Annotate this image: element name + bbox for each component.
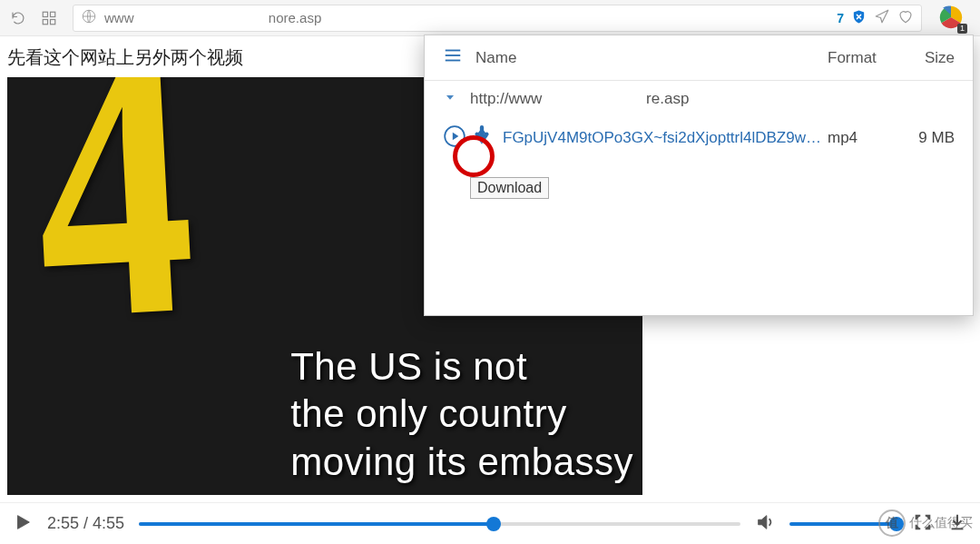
item-format: mp4: [828, 129, 900, 147]
volume-icon[interactable]: [755, 512, 775, 536]
item-filename: FGpUjV4M9tOPo3GX~fsi2dXjopttrl4lDBZ9w_16…: [503, 129, 828, 147]
page-content: 先看这个网站上另外两个视频 4 The US is not the only c…: [0, 36, 980, 502]
time-display: 2:55 / 4:55: [47, 514, 124, 533]
group-row[interactable]: http://www re.asp: [425, 81, 973, 117]
video-controls: 2:55 / 4:55: [0, 502, 980, 544]
download-panel: Name Format Size http://www re.asp FGpUj…: [424, 35, 974, 316]
svg-rect-1: [51, 12, 55, 16]
shield-x-icon[interactable]: [851, 9, 867, 27]
progress-bar[interactable]: [139, 522, 740, 526]
play-button[interactable]: [13, 512, 33, 536]
send-icon[interactable]: [874, 8, 890, 27]
column-name: Name: [475, 49, 828, 67]
globe-icon: [81, 8, 97, 28]
page-header-text: 先看这个网站上另外两个视频: [7, 45, 243, 70]
column-size: Size: [900, 49, 955, 67]
extension-badge: 1: [957, 24, 967, 34]
reload-button[interactable]: [5, 5, 31, 31]
url-text: www nore.asp: [104, 10, 829, 25]
column-format: Format: [828, 49, 900, 67]
caption-line: the only country: [290, 391, 633, 439]
download-tooltip: Download: [470, 177, 549, 199]
group-url: http://www re.asp: [470, 90, 955, 108]
svg-rect-2: [43, 19, 47, 24]
annotation-circle: [453, 135, 495, 177]
item-size: 9 MB: [900, 129, 955, 147]
apps-grid-button[interactable]: [36, 5, 62, 31]
caption-line: The US is not: [290, 343, 633, 391]
browser-toolbar: www nore.asp 7 1: [0, 0, 980, 36]
watermark: 值什么值得买: [878, 509, 973, 537]
heart-icon[interactable]: [897, 8, 914, 27]
download-item-row[interactable]: FGpUjV4M9tOPo3GX~fsi2dXjopttrl4lDBZ9w_16…: [425, 117, 973, 159]
chevron-down-icon[interactable]: [443, 90, 470, 109]
url-bar[interactable]: www nore.asp 7: [73, 5, 922, 32]
caption-line: moving its embassy: [290, 439, 633, 487]
video-caption: The US is not the only country moving it…: [290, 343, 633, 487]
count-badge: 7: [837, 11, 844, 25]
panel-header: Name Format Size: [425, 35, 973, 81]
extension-button[interactable]: 1: [938, 5, 965, 32]
url-indicators: 7: [837, 8, 914, 27]
video-overlay-number: 4: [25, 77, 201, 381]
hamburger-icon[interactable]: [443, 45, 463, 70]
svg-rect-3: [51, 19, 55, 24]
svg-rect-0: [43, 12, 47, 16]
